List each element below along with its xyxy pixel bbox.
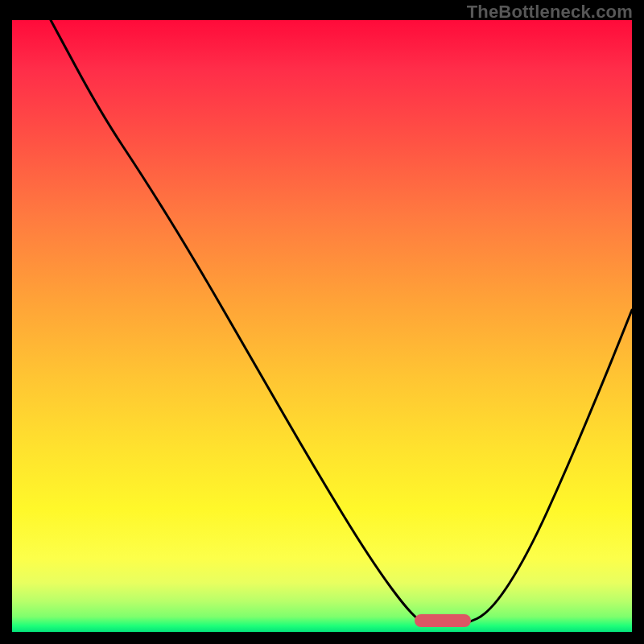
bottleneck-curve: [12, 20, 632, 632]
plot-area: [12, 20, 632, 632]
optimal-marker: [415, 614, 471, 627]
chart-frame: TheBottleneck.com: [0, 0, 644, 644]
curve-path: [51, 20, 632, 625]
